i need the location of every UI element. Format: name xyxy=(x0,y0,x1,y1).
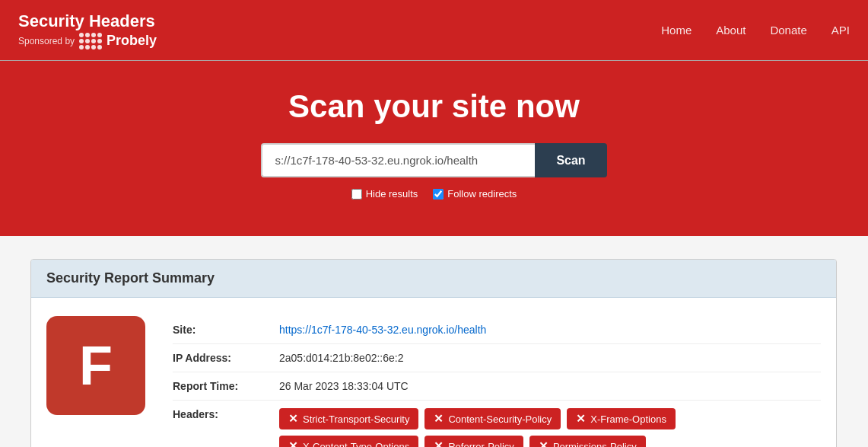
header-badge: ✕Referrer-Policy xyxy=(424,436,523,447)
header-badge: ✕X-Frame-Options xyxy=(567,408,676,429)
time-value: 26 Mar 2023 18:33:04 UTC xyxy=(279,380,409,392)
nav-home-link[interactable]: Home xyxy=(661,24,692,37)
site-value: https://1c7f-178-40-53-32.eu.ngrok.io/he… xyxy=(279,324,486,336)
top-nav: Security Headers Sponsored by Probely Ho… xyxy=(0,0,868,61)
badge-remove-icon[interactable]: ✕ xyxy=(434,439,444,447)
hero-title: Scan your site now xyxy=(18,88,850,125)
badge-remove-icon[interactable]: ✕ xyxy=(539,439,548,447)
badge-label: X-Content-Type-Options xyxy=(303,441,409,448)
nav-api-link[interactable]: API xyxy=(831,24,850,37)
hero-section: Scan your site now Scan Hide results Fol… xyxy=(0,61,868,236)
probely-name: Probely xyxy=(107,33,157,49)
badge-remove-icon[interactable]: ✕ xyxy=(288,412,298,426)
report-summary-header: Security Report Summary xyxy=(31,260,836,298)
time-label: Report Time: xyxy=(173,380,279,392)
brand-sponsor: Sponsored by Probely xyxy=(18,33,157,49)
time-row: Report Time: 26 Mar 2023 18:33:04 UTC xyxy=(173,372,821,401)
badge-label: Permissions-Policy xyxy=(553,441,637,448)
site-row: Site: https://1c7f-178-40-53-32.eu.ngrok… xyxy=(173,316,821,344)
badge-label: Strict-Transport-Security xyxy=(303,413,409,425)
main-content: Security Report Summary F Site: https://… xyxy=(0,236,868,447)
nav-donate-link[interactable]: Donate xyxy=(770,24,806,37)
badge-remove-icon[interactable]: ✕ xyxy=(434,412,444,426)
scan-input[interactable] xyxy=(261,143,535,177)
header-badge: ✕Strict-Transport-Security xyxy=(279,408,418,429)
ip-value: 2a05:d014:21b:8e02::6e:2 xyxy=(279,352,404,364)
ip-row: IP Address: 2a05:d014:21b:8e02::6e:2 xyxy=(173,344,821,372)
brand: Security Headers Sponsored by Probely xyxy=(18,11,157,49)
report-details: Site: https://1c7f-178-40-53-32.eu.ngrok… xyxy=(173,316,821,447)
probely-dots-icon xyxy=(79,33,102,49)
badge-label: X-Frame-Options xyxy=(590,413,666,425)
hide-results-label[interactable]: Hide results xyxy=(351,188,418,200)
badge-remove-icon[interactable]: ✕ xyxy=(288,439,298,447)
badge-label: Content-Security-Policy xyxy=(448,413,552,425)
badge-remove-icon[interactable]: ✕ xyxy=(576,412,586,426)
follow-redirects-label[interactable]: Follow redirects xyxy=(433,188,517,200)
sponsor-label: Sponsored by xyxy=(18,36,75,46)
scan-options: Hide results Follow redirects xyxy=(18,188,850,200)
header-badge: ✕X-Content-Type-Options xyxy=(279,436,418,447)
nav-links: Home About Donate API xyxy=(661,24,850,37)
headers-badges: ✕Strict-Transport-Security✕Content-Secur… xyxy=(279,408,821,447)
grade-box: F xyxy=(46,316,145,415)
follow-redirects-checkbox[interactable] xyxy=(433,189,444,200)
report-body: F Site: https://1c7f-178-40-53-32.eu.ngr… xyxy=(31,298,836,447)
hide-results-checkbox[interactable] xyxy=(351,189,362,200)
brand-title: Security Headers xyxy=(18,11,157,31)
scan-form: Scan xyxy=(18,143,850,177)
report-summary: Security Report Summary F Site: https://… xyxy=(30,259,837,447)
site-label: Site: xyxy=(173,324,279,336)
scan-button[interactable]: Scan xyxy=(535,143,606,177)
header-badge: ✕Content-Security-Policy xyxy=(424,408,561,429)
nav-about-link[interactable]: About xyxy=(716,24,746,37)
headers-row: Headers: ✕Strict-Transport-Security✕Cont… xyxy=(173,401,821,447)
grade-letter: F xyxy=(79,338,113,393)
site-link[interactable]: https://1c7f-178-40-53-32.eu.ngrok.io/he… xyxy=(279,324,486,336)
badge-label: Referrer-Policy xyxy=(448,441,514,448)
ip-label: IP Address: xyxy=(173,352,279,364)
headers-label: Headers: xyxy=(173,408,279,420)
header-badge: ✕Permissions-Policy xyxy=(529,436,646,447)
